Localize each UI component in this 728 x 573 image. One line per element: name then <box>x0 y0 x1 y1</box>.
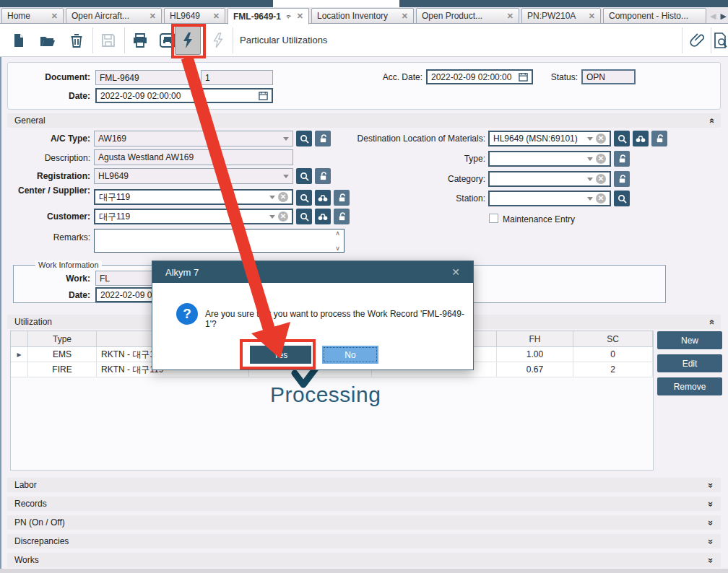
cell-fh[interactable]: 0.67 <box>497 362 573 377</box>
column-header-fh[interactable]: FH <box>497 331 573 347</box>
clear-icon[interactable]: ✕ <box>596 134 606 144</box>
dest-location-binoculars-button[interactable] <box>633 131 649 146</box>
cell-fh[interactable]: 1.00 <box>497 347 573 362</box>
tab-fml-9649-1[interactable]: FML-9649-1 ✕ <box>228 8 309 25</box>
chevron-down-icon[interactable] <box>587 157 593 161</box>
delete-button[interactable] <box>64 26 90 55</box>
new-document-button[interactable] <box>6 26 32 55</box>
dialog-title-bar[interactable]: Alkym 7 ✕ <box>152 261 473 283</box>
open-button[interactable] <box>35 26 61 55</box>
tab-close-icon[interactable]: ✕ <box>402 12 408 21</box>
row-selector[interactable] <box>11 362 28 377</box>
dest-location-combo[interactable]: HL9649 (MSN:69101) ✕ <box>488 131 611 146</box>
scroll-up-icon[interactable]: ∧ <box>335 229 340 237</box>
document-suffix-field[interactable]: 1 <box>201 70 273 85</box>
chevron-down-icon[interactable] <box>269 215 275 219</box>
station-search-button[interactable] <box>614 191 630 206</box>
tab-scroll-left-icon[interactable]: ◀ <box>710 12 716 21</box>
tab-home[interactable]: Home ✕ <box>1 8 64 24</box>
customer-search-button[interactable] <box>296 209 312 224</box>
type-unlock-button[interactable] <box>614 151 630 167</box>
section-works[interactable]: Works » <box>7 553 721 567</box>
date-field[interactable]: 2022-02-09 02:00:00 <box>95 88 273 103</box>
process-alt-button[interactable] <box>205 26 231 55</box>
tab-close-icon[interactable]: ✕ <box>51 12 58 21</box>
customer-combo[interactable]: 대구119 ✕ <box>94 209 293 224</box>
remarks-field[interactable]: ∧ ∨ <box>94 229 344 253</box>
no-button[interactable]: No <box>322 346 378 364</box>
section-labor[interactable]: Labor » <box>7 478 721 492</box>
tab-close-icon[interactable]: ✕ <box>589 12 595 21</box>
station-combo[interactable]: ✕ <box>488 191 611 206</box>
chevron-down-icon[interactable] <box>283 175 289 178</box>
collapse-icon[interactable]: » <box>706 118 716 123</box>
chevron-down-icon[interactable] <box>269 196 275 199</box>
tab-component-history[interactable]: Component - Histo... <box>603 8 706 24</box>
column-header-sc[interactable]: SC <box>573 331 653 347</box>
type-combo[interactable]: ✕ <box>488 151 611 167</box>
remove-button[interactable]: Remove <box>657 377 722 395</box>
customer-unlock-button[interactable] <box>334 209 350 224</box>
tab-close-icon[interactable]: ✕ <box>507 12 514 21</box>
clear-icon[interactable]: ✕ <box>596 154 606 164</box>
calendar-icon[interactable] <box>259 91 268 100</box>
ac-type-combo[interactable]: AW169 <box>94 131 293 146</box>
section-pn-on-off[interactable]: PN (On / Off) » <box>7 515 721 530</box>
chevron-down-icon[interactable] <box>587 197 593 201</box>
close-icon[interactable]: ✕ <box>451 266 460 278</box>
process-button[interactable] <box>175 26 201 55</box>
registration-combo[interactable]: HL9649 <box>94 168 293 184</box>
general-section-header[interactable]: General » <box>7 113 721 128</box>
save-button[interactable] <box>95 26 121 55</box>
cell-type[interactable]: FIRE <box>28 362 97 377</box>
tab-close-icon[interactable]: ✕ <box>150 12 156 21</box>
chevron-down-icon[interactable] <box>587 137 593 141</box>
clear-icon[interactable]: ✕ <box>278 192 288 202</box>
new-button[interactable]: New <box>657 331 722 349</box>
cell-sc[interactable]: 2 <box>573 362 653 377</box>
section-records[interactable]: Records » <box>7 497 721 511</box>
customer-binoculars-button[interactable] <box>315 209 331 224</box>
dest-location-unlock-button[interactable] <box>651 131 667 146</box>
tab-location-inventory[interactable]: Location Inventory ✕ <box>311 8 414 24</box>
row-selector[interactable]: ▸ <box>11 347 28 362</box>
pin-icon[interactable] <box>286 12 292 20</box>
tab-scroll-right-icon[interactable]: ▶ <box>721 12 727 21</box>
expand-icon[interactable]: » <box>706 482 716 487</box>
expand-icon[interactable]: » <box>706 557 716 562</box>
section-discrepancies[interactable]: Discrepancies » <box>7 534 721 548</box>
scroll-down-icon[interactable]: ∨ <box>335 245 340 252</box>
collapse-icon[interactable]: » <box>706 319 716 324</box>
category-unlock-button[interactable] <box>614 171 630 187</box>
clear-icon[interactable]: ✕ <box>278 211 288 222</box>
expand-icon[interactable]: » <box>706 501 716 506</box>
category-combo[interactable]: ✕ <box>488 171 611 187</box>
column-header-type[interactable]: Type <box>28 331 97 347</box>
center-supplier-combo[interactable]: 대구119 ✕ <box>94 189 293 205</box>
edit-button[interactable]: Edit <box>657 354 722 372</box>
maintenance-entry-checkbox[interactable] <box>489 214 498 223</box>
cell-sc[interactable]: 0 <box>573 347 653 362</box>
remarks-scrollbar[interactable]: ∧ ∨ <box>332 229 343 252</box>
clear-icon[interactable]: ✕ <box>596 193 606 204</box>
attachments-button[interactable] <box>685 26 711 55</box>
yes-button[interactable]: Yes <box>250 346 311 364</box>
tab-hl9649[interactable]: HL9649 ✕ <box>164 8 225 24</box>
tab-close-icon[interactable]: ✕ <box>213 12 220 21</box>
document-number-field[interactable]: FML-9649 <box>95 70 191 85</box>
report-button[interactable] <box>712 26 728 55</box>
expand-icon[interactable]: » <box>706 538 716 543</box>
expand-icon[interactable]: » <box>706 520 716 525</box>
tab-pn-pw210a[interactable]: PN:PW210A ✕ <box>521 8 601 24</box>
dest-location-search-button[interactable] <box>614 131 630 146</box>
tab-open-product[interactable]: Open Product... ✕ <box>416 8 519 24</box>
acc-date-field[interactable]: 2022-02-09 02:00:00 <box>426 69 533 84</box>
print-button[interactable] <box>127 26 153 55</box>
chevron-down-icon[interactable] <box>283 137 289 141</box>
clear-icon[interactable]: ✕ <box>596 174 606 184</box>
dest-location-value: HL9649 (MSN:69101) <box>493 134 584 144</box>
chevron-down-icon[interactable] <box>587 178 593 181</box>
tab-close-icon[interactable]: ✕ <box>297 12 303 21</box>
tab-open-aircraft[interactable]: Open Aircraft... ✕ <box>66 8 162 24</box>
cell-type[interactable]: EMS <box>28 347 97 362</box>
